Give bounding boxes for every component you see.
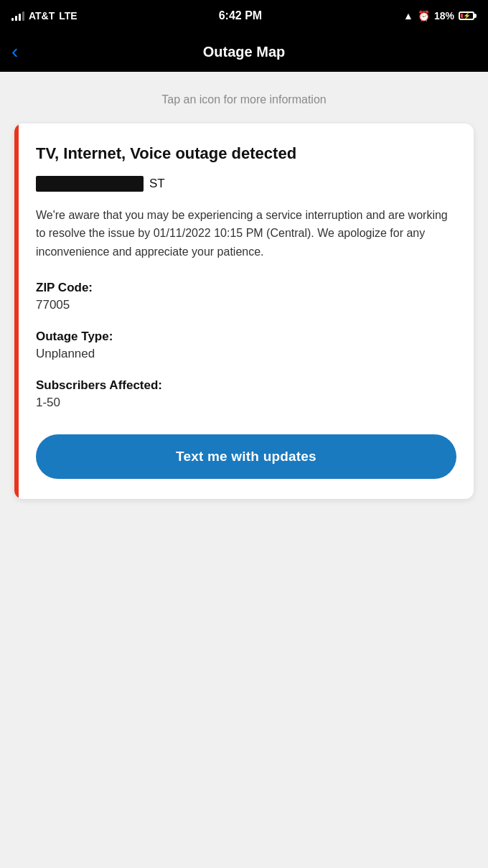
zip-code-section: ZIP Code: 77005 <box>36 281 456 312</box>
network-label: LTE <box>59 10 77 22</box>
card-body: TV, Internet, Voice outage detected ST W… <box>19 123 474 499</box>
nav-bar: ‹ Outage Map <box>0 32 488 72</box>
subscribers-section: Subscribers Affected: 1-50 <box>36 378 456 410</box>
location-icon: ▲ <box>403 10 413 22</box>
text-updates-button[interactable]: Text me with updates <box>36 434 456 479</box>
outage-type-section: Outage Type: Unplanned <box>36 330 456 361</box>
main-content: Tap an icon for more information TV, Int… <box>0 72 488 868</box>
outage-type-value: Unplanned <box>36 347 456 361</box>
zip-code-label: ZIP Code: <box>36 281 456 295</box>
status-left: AT&T LTE <box>11 10 78 22</box>
page-title: Outage Map <box>203 44 285 60</box>
subscribers-label: Subscribers Affected: <box>36 378 456 393</box>
outage-title: TV, Internet, Voice outage detected <box>36 144 456 164</box>
signal-bars-icon <box>11 11 24 21</box>
address-row: ST <box>36 176 456 192</box>
status-time: 6:42 PM <box>219 9 262 22</box>
battery-icon: ⚡ <box>459 11 477 20</box>
hint-text: Tap an icon for more information <box>14 93 474 106</box>
address-suffix: ST <box>149 177 165 191</box>
outage-type-label: Outage Type: <box>36 330 456 344</box>
carrier-label: AT&T <box>29 10 55 22</box>
address-redacted <box>36 176 144 192</box>
outage-description: We're aware that you may be experiencing… <box>36 206 456 261</box>
outage-card: TV, Internet, Voice outage detected ST W… <box>14 123 474 499</box>
zip-code-value: 77005 <box>36 298 456 312</box>
back-button[interactable]: ‹ <box>11 42 18 62</box>
subscribers-value: 1-50 <box>36 396 456 410</box>
battery-percent: 18% <box>434 10 454 22</box>
status-right: ▲ ⏰ 18% ⚡ <box>403 10 477 22</box>
status-bar: AT&T LTE 6:42 PM ▲ ⏰ 18% ⚡ <box>0 0 488 32</box>
alarm-icon: ⏰ <box>418 10 430 22</box>
